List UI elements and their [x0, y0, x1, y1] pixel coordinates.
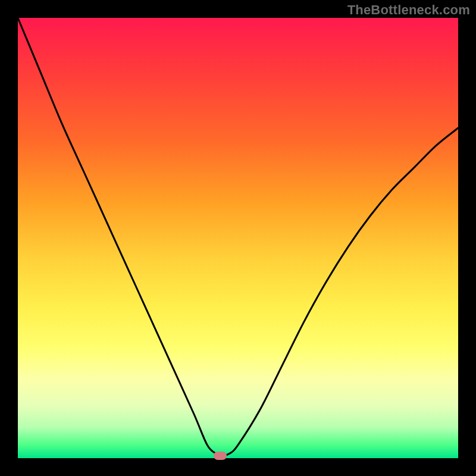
bottleneck-curve	[18, 18, 458, 458]
optimal-point-marker	[214, 452, 227, 460]
plot-area	[18, 18, 458, 458]
chart-container: TheBottleneck.com	[0, 0, 476, 476]
watermark-text: TheBottleneck.com	[347, 2, 470, 18]
